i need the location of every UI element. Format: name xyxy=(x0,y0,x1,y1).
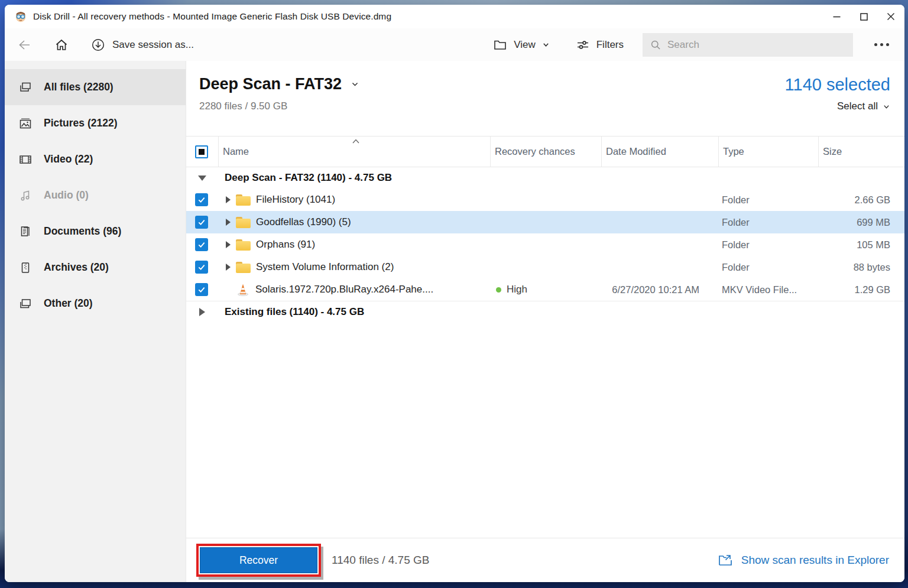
column-header-name[interactable]: Name xyxy=(218,137,490,167)
sidebar-item-other[interactable]: Other (20) xyxy=(5,285,186,321)
row-checkbox[interactable] xyxy=(195,261,208,274)
recovery-high-dot-icon xyxy=(496,287,501,293)
header-checkbox-cell xyxy=(186,137,218,167)
folder-external-arrow-icon xyxy=(718,553,733,568)
file-type: MKV Video File... xyxy=(718,284,818,295)
expand-triangle-icon[interactable] xyxy=(226,196,231,203)
folder-icon xyxy=(236,239,251,251)
filters-button[interactable]: Filters xyxy=(576,38,624,52)
download-circle-icon xyxy=(91,38,105,52)
sort-ascending-icon xyxy=(352,138,360,144)
sidebar-item-archives[interactable]: Archives (20) xyxy=(5,249,186,285)
sidebar-item-audio[interactable]: Audio (0) xyxy=(5,177,186,213)
expand-triangle-icon[interactable] xyxy=(226,219,231,226)
recovery-chance: High xyxy=(507,284,527,295)
expand-triangle-icon[interactable] xyxy=(226,241,231,248)
vlc-video-icon xyxy=(236,282,250,297)
file-type: Folder xyxy=(718,217,818,228)
table-row-group[interactable]: Existing files (1140) - 4.75 GB xyxy=(186,301,904,322)
window-controls xyxy=(823,5,904,28)
table-row[interactable]: System Volume Information (2) Folder 88 … xyxy=(186,256,904,278)
sidebar-item-label: Documents (96) xyxy=(44,225,121,238)
triangle-right-icon[interactable] xyxy=(199,308,205,316)
view-button[interactable]: View xyxy=(493,38,550,52)
sliders-icon xyxy=(576,38,590,52)
table-row[interactable]: Solaris.1972.720p.BluRay.x264-Pahe.... H… xyxy=(186,278,904,301)
sidebar-item-documents[interactable]: Documents (96) xyxy=(5,213,186,249)
table-row-selected[interactable]: Goodfellas (1990) (5) Folder 699 MB xyxy=(186,211,904,233)
column-header-type[interactable]: Type xyxy=(718,137,818,167)
file-size: 88 bytes xyxy=(818,262,904,273)
all-files-icon xyxy=(19,81,32,94)
file-name: System Volume Information (2) xyxy=(256,261,394,273)
main-panel: Deep Scan - FAT32 2280 files / 9.50 GB 1… xyxy=(186,61,904,582)
file-type: Folder xyxy=(718,194,818,206)
chevron-down-icon xyxy=(883,103,890,111)
sidebar: All files (2280) Pictures (2122) Video (… xyxy=(5,61,186,582)
select-all-button[interactable]: Select all xyxy=(785,100,890,112)
more-options-button[interactable] xyxy=(870,40,894,50)
search-box[interactable] xyxy=(643,33,853,57)
minimize-icon[interactable] xyxy=(823,5,850,28)
table-row[interactable]: Orphans (91) Folder 105 MB xyxy=(186,233,904,256)
search-icon xyxy=(650,38,661,51)
table-row[interactable]: FileHistory (1041) Folder 2.66 GB xyxy=(186,189,904,211)
pictures-icon xyxy=(19,117,32,130)
scan-header: Deep Scan - FAT32 2280 files / 9.50 GB 1… xyxy=(186,61,904,136)
file-list: Deep Scan - FAT32 (1140) - 4.75 GB FileH… xyxy=(186,167,904,538)
date-modified: 6/27/2020 10:21 AM xyxy=(601,284,718,295)
back-button[interactable] xyxy=(18,38,32,52)
maximize-icon[interactable] xyxy=(850,5,877,28)
chevron-down-icon[interactable] xyxy=(351,80,359,88)
sidebar-item-label: Video (22) xyxy=(44,153,93,165)
title-bar: Disk Drill - All recovery methods - Moun… xyxy=(5,5,904,28)
toolbar: Save session as... View Filters xyxy=(5,28,904,61)
folder-outline-icon xyxy=(493,38,507,52)
expand-triangle-icon[interactable] xyxy=(226,264,231,271)
select-all-label: Select all xyxy=(837,100,878,112)
home-button[interactable] xyxy=(54,38,69,52)
folder-icon xyxy=(236,262,251,273)
close-icon[interactable] xyxy=(877,5,904,28)
sidebar-item-label: Audio (0) xyxy=(44,189,89,202)
file-name: Orphans (91) xyxy=(256,239,315,251)
sidebar-item-pictures[interactable]: Pictures (2122) xyxy=(5,105,186,141)
sidebar-item-video[interactable]: Video (22) xyxy=(5,141,186,177)
file-type: Folder xyxy=(718,239,818,251)
file-name: FileHistory (1041) xyxy=(256,194,335,206)
group-label: Existing files (1140) - 4.75 GB xyxy=(218,306,904,318)
audio-icon xyxy=(19,189,32,202)
row-checkbox[interactable] xyxy=(195,193,208,206)
window-title: Disk Drill - All recovery methods - Moun… xyxy=(33,11,391,22)
file-name: Goodfellas (1990) (5) xyxy=(256,216,351,228)
other-icon xyxy=(19,297,32,310)
sidebar-item-label: Pictures (2122) xyxy=(44,117,118,129)
annotation-highlight-box: Recover xyxy=(196,544,321,577)
table-row-group[interactable]: Deep Scan - FAT32 (1140) - 4.75 GB xyxy=(186,167,904,189)
row-checkbox[interactable] xyxy=(195,216,208,229)
search-input[interactable] xyxy=(667,39,846,51)
select-all-checkbox[interactable] xyxy=(195,145,208,158)
column-header-date[interactable]: Date Modified xyxy=(601,137,718,167)
sidebar-item-label: Other (20) xyxy=(44,297,93,310)
folder-icon xyxy=(236,194,251,206)
row-checkbox[interactable] xyxy=(195,238,208,251)
sidebar-item-label: All files (2280) xyxy=(44,81,114,93)
video-icon xyxy=(19,153,32,166)
row-checkbox[interactable] xyxy=(195,283,208,296)
folder-icon xyxy=(236,217,251,228)
view-label: View xyxy=(514,39,536,51)
column-header-recovery[interactable]: Recovery chances xyxy=(490,137,601,167)
scan-title: Deep Scan - FAT32 xyxy=(199,75,342,93)
file-size: 699 MB xyxy=(818,217,904,228)
save-session-button[interactable]: Save session as... xyxy=(91,38,194,52)
archives-icon xyxy=(19,261,32,274)
triangle-down-icon[interactable] xyxy=(198,176,206,181)
sidebar-item-all-files[interactable]: All files (2280) xyxy=(5,69,186,105)
recover-button[interactable]: Recover xyxy=(200,547,317,573)
table-header: Name Recovery chances Date Modified Type… xyxy=(186,136,904,167)
scan-summary: 2280 files / 9.50 GB xyxy=(199,100,359,112)
column-header-size[interactable]: Size xyxy=(818,137,904,167)
show-in-explorer-link[interactable]: Show scan results in Explorer xyxy=(718,553,889,568)
chevron-down-icon xyxy=(542,41,550,48)
